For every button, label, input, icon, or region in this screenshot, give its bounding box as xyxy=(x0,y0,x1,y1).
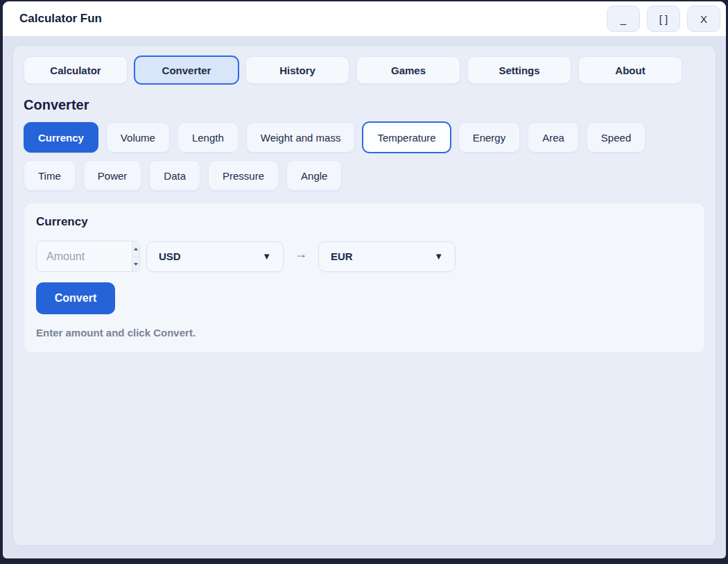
app-window: Calculator Fun _ [ ] X CalculatorConvert… xyxy=(3,1,726,558)
right-arrow-icon: → xyxy=(295,247,307,262)
tab-about[interactable]: About xyxy=(578,56,682,84)
amount-input[interactable] xyxy=(37,241,139,271)
category-pressure[interactable]: Pressure xyxy=(208,160,279,191)
category-power[interactable]: Power xyxy=(83,160,142,191)
amount-field-wrap xyxy=(36,241,140,272)
chevron-down-icon: ▼ xyxy=(434,251,443,262)
category-temperature[interactable]: Temperature xyxy=(363,122,450,153)
main-panel: CalculatorConverterHistoryGamesSettingsA… xyxy=(12,45,716,546)
tab-bar: CalculatorConverterHistoryGamesSettingsA… xyxy=(24,56,705,84)
category-area[interactable]: Area xyxy=(528,122,579,153)
category-data[interactable]: Data xyxy=(149,160,200,191)
currency-card-heading: Currency xyxy=(36,215,693,229)
from-currency-value: USD xyxy=(159,250,181,262)
minimize-button[interactable]: _ xyxy=(607,6,640,32)
spinner-up-icon xyxy=(134,248,138,250)
tab-calculator[interactable]: Calculator xyxy=(24,56,128,84)
category-time[interactable]: Time xyxy=(24,160,76,191)
category-angle[interactable]: Angle xyxy=(286,160,342,191)
tab-history[interactable]: History xyxy=(245,56,349,84)
category-weight-and-mass[interactable]: Weight and mass xyxy=(246,122,356,153)
chevron-down-icon: ▼ xyxy=(262,251,271,262)
category-energy[interactable]: Energy xyxy=(458,122,521,153)
from-currency-select[interactable]: USD ▼ xyxy=(146,241,284,272)
category-volume[interactable]: Volume xyxy=(106,122,170,153)
maximize-button[interactable]: [ ] xyxy=(647,6,680,32)
window-title: Calculator Fun xyxy=(19,12,607,26)
amount-spinner xyxy=(132,241,139,271)
tab-converter[interactable]: Converter xyxy=(135,56,239,84)
close-button[interactable]: X xyxy=(687,6,720,32)
title-bar: Calculator Fun _ [ ] X xyxy=(3,1,726,36)
category-list: CurrencyVolumeLengthWeight and massTempe… xyxy=(24,122,703,191)
convert-button[interactable]: Convert xyxy=(36,282,115,314)
window-controls: _ [ ] X xyxy=(607,6,720,32)
category-currency[interactable]: Currency xyxy=(24,122,98,153)
category-length[interactable]: Length xyxy=(177,122,239,153)
category-speed[interactable]: Speed xyxy=(587,122,645,153)
spinner-down-button[interactable] xyxy=(132,257,139,271)
to-currency-select[interactable]: EUR ▼ xyxy=(318,241,456,272)
window-content: CalculatorConverterHistoryGamesSettingsA… xyxy=(3,36,726,558)
spinner-up-button[interactable] xyxy=(132,241,139,257)
tab-settings[interactable]: Settings xyxy=(467,56,571,84)
status-text: Enter amount and click Convert. xyxy=(36,327,693,339)
to-currency-value: EUR xyxy=(331,250,353,262)
spinner-down-icon xyxy=(134,263,138,266)
converter-heading: Converter xyxy=(24,97,705,113)
currency-card: Currency US xyxy=(24,203,705,353)
tab-games[interactable]: Games xyxy=(356,56,460,84)
conversion-controls: USD ▼ → EUR ▼ xyxy=(36,241,693,272)
